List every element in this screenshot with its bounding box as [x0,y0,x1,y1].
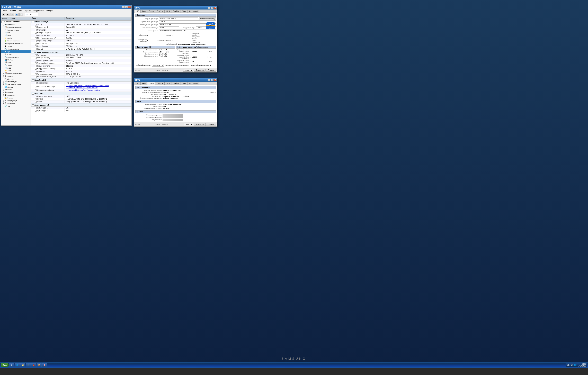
maximize-button[interactable]: □ [125,6,128,8]
sidebar-item-devices[interactable]: + 🔌 Пристрої [1,91,31,94]
row-checkbox[interactable] [35,29,37,31]
cpuz1-maximize[interactable]: □ [211,7,213,9]
row-checkbox[interactable] [35,43,37,44]
chart-button[interactable]: 📊 [19,13,23,16]
row-checkbox[interactable] [35,45,37,47]
menu-help[interactable]: Довідка [45,9,54,12]
sidebar-item-bios[interactable]: 📄 BIOS [1,67,31,69]
cpuz1-tab-cache[interactable]: Кеш [141,10,147,12]
driver-link[interactable]: http://www.aida64.com/goto/?go=drvupdate… [65,89,131,92]
sidebar-item-mem[interactable]: 💾 Пам'ять [1,59,31,61]
minimize-button[interactable]: ─ [122,6,125,8]
close-button[interactable]: ✕ [128,6,131,8]
cpuz1-tab-board[interactable]: Плата [147,10,155,12]
row-checkbox[interactable] [35,32,37,34]
sidebar-item-server[interactable]: + 🖥 Сервер [1,75,31,78]
sidebar-item-apps[interactable]: + 📱 Програми [1,94,31,97]
sidebar-item-chipset[interactable]: 🔧 Чіпсет [1,64,31,67]
cpuz1-close-x[interactable]: ✕ [214,7,217,9]
row-checkbox[interactable] [35,37,37,39]
sidebar-item-cpu[interactable]: ⚙ ЦП [1,51,31,53]
row-checkbox[interactable] [35,40,37,42]
sidebar-item-display[interactable]: + 🖥 Дисплей [1,78,31,80]
cpuz2-tab-graphics[interactable]: Графіка [172,82,181,85]
cpuz2-close-button[interactable]: Закрити [206,123,216,126]
cpuz1-verify-button[interactable]: Перевірка [194,69,206,72]
physical-checkbox[interactable] [32,52,34,53]
sidebar-item-compname[interactable]: 🖥 Ім'я комп'ютера [1,29,31,31]
sidebar-item-mobo[interactable]: 🔧 Системна плата [1,56,31,59]
cpuz1-service-select[interactable]: Сервіс [183,69,193,72]
row-checkbox[interactable] [35,26,37,28]
cpuz2-tab-spd[interactable]: SPD [165,82,171,85]
cpuz2-tab-board[interactable]: Плата [147,82,155,85]
menu-tools[interactable]: Інструменти [32,9,44,12]
mfr-checkbox[interactable] [32,79,34,81]
sidebar-item-spd[interactable]: 💾 SPD [1,61,31,64]
cpuz1-tab-graphics[interactable]: Графіка [172,10,181,12]
cpuz1-tab-cpu[interactable]: ЦП [135,10,141,13]
sidebar-item-ipmi[interactable]: 📄 IPMI [1,34,31,37]
cpuz1-tab-spd[interactable]: SPD [165,10,171,12]
menu-report[interactable]: Звіт [17,9,23,12]
sidebar-item-network[interactable]: + 🌐 Мережа [1,86,31,88]
cpuz2-tab-cpu[interactable]: ЦП [135,82,141,85]
menu-file[interactable]: Файл [2,9,8,12]
sidebar-item-os[interactable]: + 🪟 Операційна система [1,72,31,75]
sidebar-item-computer[interactable]: - 💻 Комп'ютер [1,23,31,26]
sidebar-portable-label: Портативний комп'ют... [8,43,24,44]
cpuz2-minimize[interactable]: ─ [208,79,210,81]
sidebar-fav-tab[interactable]: Обране [9,18,15,20]
row-checkbox[interactable] [35,35,37,36]
sidebar-item-multimedia[interactable]: + 🎵 Мультимедіа [1,80,31,83]
cpuz2-tab-cache[interactable]: Кеш [141,82,147,85]
menu-favorites[interactable]: Обране [23,9,32,12]
field-value: 6x / 10x [65,37,131,39]
sidebar-item-sensor[interactable]: 🌡 Датчик [1,45,31,48]
cpuz2-tab-test[interactable]: Тест [181,82,188,85]
sidebar-item-acpi[interactable]: ⚡ ACPI [1,69,31,72]
forward-button[interactable]: ▶ [6,13,10,16]
cpuz2-tab-about[interactable]: О програмі [188,82,200,85]
cpuz1-close-button[interactable]: Закрити [206,69,216,72]
brand-id-button[interactable]: Ідентифікатор бренда [199,18,216,20]
product-link[interactable]: https://ark.intel.com/content/www/us/en/… [65,84,131,89]
back-button[interactable]: ◀ [2,13,5,16]
sidebar-item-directx[interactable]: + 🎮 DirectX [1,88,31,91]
cpuz2-close-x[interactable]: ✕ [214,79,217,81]
cpuz1-tab-test[interactable]: Тест [181,10,188,12]
sidebar-item-portable[interactable]: 💻 Портативний комп'ют... [1,42,31,45]
sidebar-item-sysboard[interactable]: - 🔧 Системна плата [1,48,31,51]
sidebar-menu-tab[interactable]: Меню [2,18,7,20]
address-bar[interactable]: 📄 ЦП [25,13,39,16]
sidebar-item-summary[interactable]: 📋 Сумарна інформація [1,26,31,29]
cpuz2-tab-memory[interactable]: Пам'ять [155,82,165,85]
sidebar-item-storage[interactable]: + 💿 Збереження даних [1,83,31,86]
cpuz2-verify-button[interactable]: Перевірка [194,123,206,126]
multicpu-checkbox[interactable] [32,93,34,94]
cpuz1-tab-memory[interactable]: Пам'ять [155,10,165,12]
refresh-button[interactable]: ↺ [10,13,14,16]
sidebar-item-cpuid[interactable]: ⚙ CPUID [1,53,31,56]
sidebar-item-root[interactable]: - 🖥 AIDA64 v6.30.5500 [1,21,31,23]
load-checkbox[interactable] [32,104,34,106]
cpuz2-maximize[interactable]: □ [211,79,213,81]
sidebar-item-db[interactable]: + 🗄 База даних [1,102,31,105]
cpuz2-service-select[interactable]: Сервіс [183,123,193,126]
sidebar-item-security[interactable]: + 🔒 Безпека [1,97,31,99]
properties-checkbox[interactable] [32,21,34,23]
sidebar-test-label: Тест [8,105,11,107]
cpuz1-tab-about[interactable]: О програмі [188,10,200,12]
sb-name: Intel [163,95,166,97]
sidebar-item-overclock[interactable]: ⚡ Розгін [1,37,31,40]
sidebar-item-power[interactable]: 🔋 Електроживлення [1,40,31,42]
sidebar-item-config[interactable]: + ⚙ Конфігурація [1,99,31,102]
sidebar-item-test[interactable]: + 🧪 Тест [1,105,31,107]
menu-view[interactable]: Вигляд [9,9,17,12]
profile-button[interactable]: 👤 [15,13,19,16]
cpuz1-minimize[interactable]: ─ [208,7,210,9]
proc-select[interactable]: Socket #1 [152,64,164,67]
row-checkbox[interactable] [35,48,37,50]
row-checkbox[interactable] [35,24,37,25]
sidebar-item-dmi[interactable]: 📄 DMI [1,31,31,34]
